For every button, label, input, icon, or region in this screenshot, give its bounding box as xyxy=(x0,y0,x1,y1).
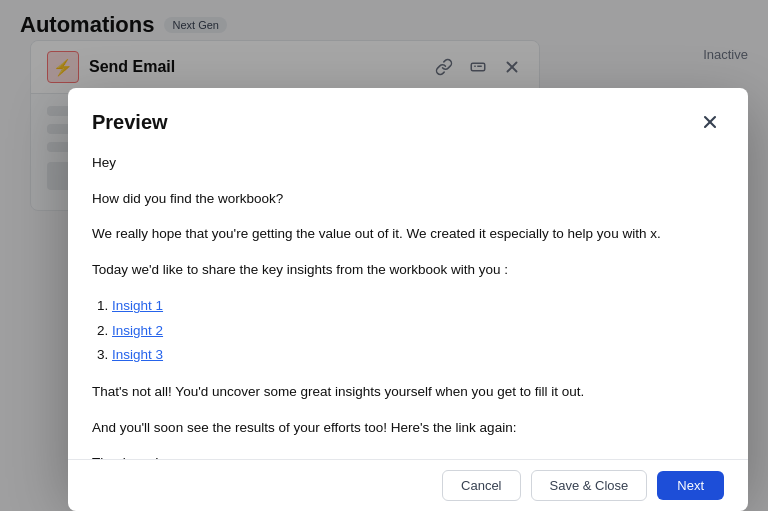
modal-footer: Cancel Save & Close Next xyxy=(68,459,748,511)
save-close-button[interactable]: Save & Close xyxy=(531,470,648,501)
preview-modal-body: Hey How did you find the workbook? We re… xyxy=(68,148,748,488)
insight-2-link[interactable]: Insight 2 xyxy=(112,323,163,338)
preview-close-button[interactable] xyxy=(696,108,724,136)
insights-list: Insight 1 Insight 2 Insight 3 xyxy=(92,294,724,367)
preview-line-5: That's not all! You'd uncover some great… xyxy=(92,381,724,403)
list-item: Insight 3 xyxy=(112,343,724,367)
list-item: Insight 2 xyxy=(112,319,724,343)
insight-1-link[interactable]: Insight 1 xyxy=(112,298,163,313)
preview-modal-title: Preview xyxy=(92,111,168,134)
list-item: Insight 1 xyxy=(112,294,724,318)
cancel-button[interactable]: Cancel xyxy=(442,470,520,501)
next-button[interactable]: Next xyxy=(657,471,724,500)
preview-modal: Preview Hey How did you find the workboo… xyxy=(68,88,748,488)
preview-line-2: How did you find the workbook? xyxy=(92,188,724,210)
preview-line-3: We really hope that you're getting the v… xyxy=(92,223,724,245)
insight-3-link[interactable]: Insight 3 xyxy=(112,347,163,362)
preview-modal-header: Preview xyxy=(68,88,748,148)
preview-line-4: Today we'd like to share the key insight… xyxy=(92,259,724,281)
preview-line-6: And you'll soon see the results of your … xyxy=(92,417,724,439)
preview-line-1: Hey xyxy=(92,152,724,174)
